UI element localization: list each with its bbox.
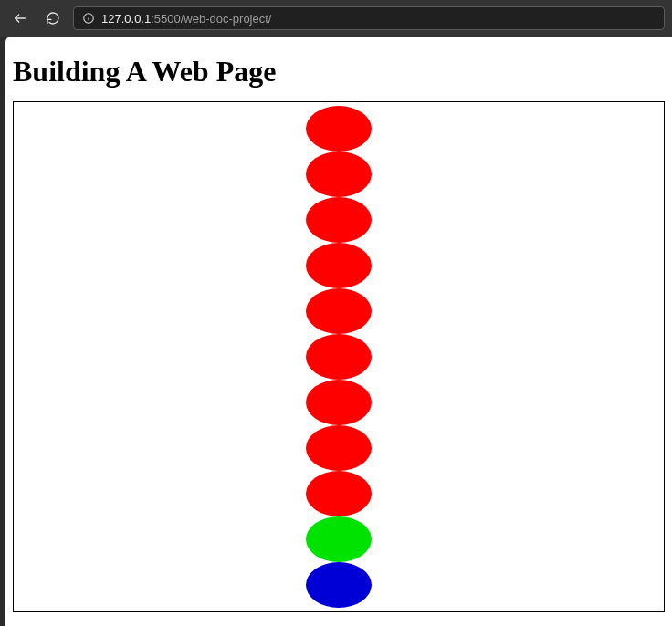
oval-3: [306, 197, 372, 243]
arrow-left-icon: [13, 11, 27, 26]
url-text: 127.0.0.1:5500/web-doc-project/: [101, 12, 271, 26]
oval-2: [306, 151, 372, 197]
address-bar[interactable]: 127.0.0.1:5500/web-doc-project/: [73, 6, 665, 30]
oval-11: [306, 562, 372, 608]
reload-button[interactable]: [40, 5, 66, 31]
oval-6: [306, 334, 372, 380]
page-content: Building A Web Page: [5, 37, 672, 623]
browser-toolbar: 127.0.0.1:5500/web-doc-project/: [0, 0, 672, 37]
back-button[interactable]: [7, 5, 33, 31]
url-host: 127.0.0.1: [101, 12, 151, 26]
oval-4: [306, 243, 372, 288]
bordered-box: [13, 101, 665, 612]
reload-icon: [46, 11, 60, 26]
browser-viewport: Building A Web Page: [5, 37, 672, 626]
oval-1: [306, 106, 372, 151]
oval-7: [306, 380, 372, 425]
oval-9: [306, 471, 372, 516]
oval-10: [306, 516, 372, 562]
site-info-icon[interactable]: [81, 11, 96, 26]
oval-5: [306, 288, 372, 334]
oval-8: [306, 425, 372, 471]
url-rest: :5500/web-doc-project/: [151, 12, 271, 26]
page-title: Building A Web Page: [13, 55, 665, 89]
